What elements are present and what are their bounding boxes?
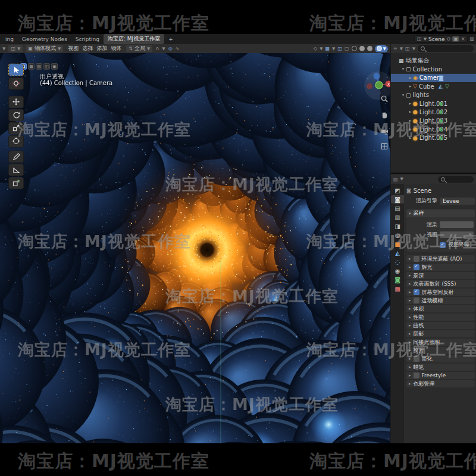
gizmo-z-axis[interactable]: [374, 73, 380, 80]
camera-data-icon[interactable]: ◙: [439, 75, 444, 81]
panel-checkbox[interactable]: [414, 256, 419, 262]
panel-次表面散射 (SSS)[interactable]: ▸次表面散射 (SSS): [406, 280, 475, 287]
properties-tab-physics[interactable]: ◌: [391, 258, 404, 266]
expand-icon[interactable]: ▸: [408, 109, 413, 114]
light-data-icon[interactable]: ◉: [439, 109, 443, 115]
view-layer-icon[interactable]: ▥: [469, 36, 474, 42]
render-pass-icon[interactable]: ▢: [345, 46, 349, 51]
xray-icon[interactable]: ◫: [337, 46, 342, 51]
display-mode-icon[interactable]: ◫: [405, 46, 410, 51]
outliner-row-Light.003[interactable]: ▸●Light.003◉: [391, 117, 476, 125]
add-workspace-button[interactable]: +: [164, 35, 177, 43]
outliner-row-Light.001[interactable]: ▸●Light.001◉: [391, 99, 476, 108]
properties-tab-output[interactable]: ▤: [391, 204, 404, 212]
outliner-row-Light.002[interactable]: ▸●Light.002◉: [391, 108, 476, 116]
panel-checkbox[interactable]: [414, 289, 419, 295]
shading-rendered-pill[interactable]: ▼: [375, 45, 388, 52]
properties-tab-world[interactable]: ◍: [391, 231, 404, 239]
properties-tab-render[interactable]: ◙: [391, 195, 404, 203]
outliner-row-Collection[interactable]: ▾▢Collection: [391, 65, 476, 73]
workspace-tab-0[interactable]: ing: [1, 35, 18, 43]
expand-icon[interactable]: ▸: [408, 136, 413, 140]
expand-icon[interactable]: ▸: [408, 76, 413, 80]
outliner-row-Light.004[interactable]: ▸●Light.004◉: [391, 125, 476, 133]
properties-tab-texture[interactable]: ▩: [391, 284, 404, 293]
outliner-row-Cube[interactable]: ▸▽Cube◭▽: [391, 82, 476, 90]
transform-tool-button[interactable]: [8, 135, 24, 148]
outliner-row-Camera[interactable]: ▸◉Camera◙: [391, 74, 476, 82]
properties-tab-constraints[interactable]: ◉: [391, 267, 404, 275]
ortho-grid-icon[interactable]: [380, 142, 389, 151]
annotate-tool-button[interactable]: [8, 151, 24, 163]
editor-type-chevron-icon[interactable]: ▼: [2, 46, 5, 51]
expand-icon[interactable]: ▸: [408, 127, 413, 131]
select-box-tool-button[interactable]: [8, 64, 24, 76]
menu-选择[interactable]: 选择: [80, 45, 95, 52]
add-cube-tool-button[interactable]: [8, 177, 24, 189]
snap-magnet-icon[interactable]: ∩: [155, 46, 159, 51]
pin-icon[interactable]: ⊙: [446, 36, 450, 42]
outliner-row-lights[interactable]: ▾▢lights: [391, 91, 476, 99]
falloff-curve-icon[interactable]: ∿: [176, 46, 180, 51]
cursor-tool-button[interactable]: [8, 77, 24, 90]
panel-间接光照明[interactable]: ▸间接光照明: [406, 339, 475, 346]
panel-蜡笔[interactable]: ▸蜡笔: [406, 364, 475, 371]
properties-tab-camera-data[interactable]: ◙: [391, 275, 404, 284]
viewport-toggle-icon-4[interactable]: ▣: [51, 63, 58, 70]
measure-tool-button[interactable]: [8, 164, 24, 176]
panel-辉光[interactable]: ▸辉光: [406, 264, 475, 271]
proportional-edit-icon[interactable]: ◎: [168, 46, 173, 51]
properties-tab-view-layer[interactable]: ▥: [391, 213, 404, 221]
panel-环境光遮蔽 (AO)[interactable]: ▸环境光遮蔽 (AO): [406, 255, 475, 262]
sampling-render-input[interactable]: [440, 221, 474, 228]
scene-selector[interactable]: ◫▼ Scene ⊙ ▣ ×: [414, 35, 468, 43]
panel-checkbox[interactable]: [414, 264, 419, 270]
shading-material-icon[interactable]: [367, 46, 372, 51]
panel-阴影[interactable]: ▸阴影: [406, 330, 475, 337]
panel-checkbox[interactable]: [414, 298, 419, 303]
gizmo-y-axis[interactable]: [375, 82, 383, 89]
collapse-icon[interactable]: ▾: [400, 93, 406, 98]
expand-icon[interactable]: ▸: [408, 118, 413, 123]
properties-editor-icon[interactable]: ▤: [393, 177, 398, 182]
sampling-viewport-input[interactable]: [440, 231, 474, 238]
menu-物体[interactable]: 物体: [109, 45, 123, 52]
outliner-row-Light.005[interactable]: ▸●Light.005◉: [391, 134, 476, 142]
scale-tool-button[interactable]: [8, 122, 24, 134]
rotate-tool-button[interactable]: [8, 109, 24, 121]
expand-icon[interactable]: ▸: [408, 84, 413, 89]
properties-tab-scene[interactable]: ◨: [391, 222, 404, 230]
shading-solid-icon[interactable]: [359, 46, 365, 51]
fake-user-icon[interactable]: ▣: [452, 36, 459, 42]
light-data-icon[interactable]: ◉: [439, 101, 443, 107]
camera-view-icon[interactable]: [380, 126, 389, 136]
viewport-toggle-icon-1[interactable]: ▦: [28, 63, 35, 70]
panel-体积[interactable]: ▸体积: [406, 305, 475, 312]
denoise-checkbox[interactable]: [440, 242, 446, 248]
move-tool-button[interactable]: [8, 96, 24, 108]
panel-简化[interactable]: ▸简化: [406, 355, 475, 362]
render-engine-select[interactable]: Eevee: [440, 198, 475, 205]
properties-search[interactable]: [438, 176, 474, 183]
panel-性能[interactable]: ▸性能: [406, 314, 475, 321]
panel-运动模糊[interactable]: ▸运动模糊: [406, 297, 475, 304]
outliner-search[interactable]: [418, 45, 474, 52]
properties-tab-modifiers[interactable]: ◭: [391, 249, 404, 257]
sampling-section-header[interactable]: ▾ 采样: [406, 209, 475, 217]
viewport-toggle-icon-3[interactable]: ◫: [43, 63, 50, 70]
transform-orientation[interactable]: ⇅ 全局 ▼: [126, 45, 152, 52]
viewport-toggle-icon-2[interactable]: ▧: [36, 63, 42, 70]
pan-icon[interactable]: [380, 110, 389, 120]
properties-tab-object[interactable]: ■: [391, 240, 404, 248]
close-icon[interactable]: ×: [461, 36, 465, 42]
modifier-icon[interactable]: ◭: [439, 83, 443, 89]
light-data-icon[interactable]: ◉: [439, 135, 443, 141]
light-data-icon[interactable]: ◉: [439, 126, 443, 132]
collapse-icon[interactable]: ▾: [400, 67, 406, 71]
panel-色彩管理[interactable]: ▸色彩管理: [406, 380, 475, 387]
outliner-editor-icon[interactable]: ≡: [393, 46, 397, 51]
expand-icon[interactable]: ▸: [408, 101, 413, 106]
mode-selector[interactable]: ▣ 物体模式 ▼: [26, 45, 63, 52]
panel-胶片[interactable]: ▸胶片: [406, 347, 475, 354]
menu-视图[interactable]: 视图: [66, 45, 80, 52]
